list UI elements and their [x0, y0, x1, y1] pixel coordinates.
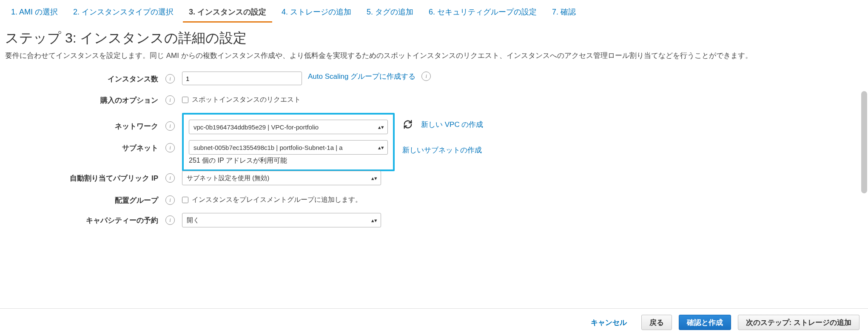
chevron-updown-icon: ▴▾ [378, 124, 384, 130]
step-review[interactable]: 7. 確認 [546, 3, 582, 23]
subnet-ip-info: 251 個の IP アドレスが利用可能 [189, 156, 388, 165]
scrollbar[interactable] [861, 49, 867, 287]
chevron-updown-icon: ▴▾ [378, 145, 384, 150]
placement-group-checkbox[interactable] [182, 197, 188, 203]
step-security-group[interactable]: 6. セキュリティグループの設定 [423, 3, 543, 23]
label-network: ネットワーク [5, 113, 158, 131]
subnet-select-value: subnet-005b7ec1355498c1b | portfolio-Sub… [194, 144, 343, 151]
info-icon[interactable]: i [165, 74, 175, 83]
instance-count-input[interactable] [182, 72, 302, 85]
row-purchase-option: 購入のオプション i スポットインスタンスのリクエスト [5, 93, 859, 105]
info-icon[interactable]: i [165, 195, 175, 205]
page-title: ステップ 3: インスタンスの詳細の設定 [5, 29, 859, 48]
row-instance-count: インスタンス数 i Auto Scaling グループに作成する i [5, 72, 859, 85]
label-placement-group: 配置グループ [5, 193, 158, 205]
label-instance-count: インスタンス数 [5, 72, 158, 84]
info-icon[interactable]: i [165, 215, 175, 225]
public-ip-value: サブネット設定を使用 (無効) [187, 174, 269, 182]
row-network: ネットワーク i vpc-0b1964734ddb95e29 | VPC-for… [5, 113, 859, 171]
subnet-select[interactable]: subnet-005b7ec1355498c1b | portfolio-Sub… [189, 140, 388, 155]
info-icon[interactable]: i [165, 143, 175, 152]
page-description: 要件に合わせてインスタンスを設定します。同じ AMI からの複数インスタンス作成… [5, 50, 859, 61]
info-icon[interactable]: i [165, 95, 175, 105]
refresh-icon[interactable] [402, 119, 413, 130]
wizard-steps: 1. AMI の選択 2. インスタンスタイプの選択 3. インスタンスの設定 … [0, 0, 868, 23]
network-select[interactable]: vpc-0b1964734ddb95e29 | VPC-for-portfoli… [189, 120, 388, 134]
capacity-reservation-value: 開く [187, 216, 199, 224]
spot-instance-checkbox[interactable] [182, 97, 188, 103]
review-launch-button[interactable]: 確認と作成 [679, 315, 731, 330]
row-capacity-reservation: キャパシティーの予約 i 開く ▴▾ [5, 213, 859, 227]
chevron-updown-icon: ▴▾ [371, 218, 377, 223]
network-subnet-highlight: vpc-0b1964734ddb95e29 | VPC-for-portfoli… [182, 113, 395, 171]
row-placement-group: 配置グループ i インスタンスをプレイスメントグループに追加します。 [5, 193, 859, 205]
auto-scaling-link[interactable]: Auto Scaling グループに作成する [308, 72, 416, 81]
create-subnet-link[interactable]: 新しいサブネットの作成 [402, 145, 483, 155]
content-area: ステップ 3: インスタンスの詳細の設定 要件に合わせてインスタンスを設定します… [0, 23, 868, 296]
label-capacity-reservation: キャパシティーの予約 [5, 213, 158, 225]
step-instance-type[interactable]: 2. インスタンスタイプの選択 [67, 3, 179, 23]
scrollbar-thumb[interactable] [861, 91, 867, 193]
chevron-updown-icon: ▴▾ [371, 175, 377, 181]
step-configure-instance[interactable]: 3. インスタンスの設定 [183, 3, 272, 23]
label-public-ip: 自動割り当てパブリック IP [5, 171, 158, 183]
next-step-button[interactable]: 次のステップ: ストレージの追加 [738, 315, 859, 330]
capacity-reservation-select[interactable]: 開く ▴▾ [182, 213, 381, 227]
spot-instance-label: スポットインスタンスのリクエスト [192, 95, 301, 104]
step-add-tags[interactable]: 5. タグの追加 [361, 3, 419, 23]
footer-bar: キャンセル 戻る 確認と作成 次のステップ: ストレージの追加 [0, 308, 868, 336]
label-purchase-option: 購入のオプション [5, 93, 158, 105]
public-ip-select[interactable]: サブネット設定を使用 (無効) ▴▾ [182, 171, 381, 185]
step-ami[interactable]: 1. AMI の選択 [5, 3, 64, 23]
info-icon[interactable]: i [165, 121, 175, 131]
placement-group-label: インスタンスをプレイスメントグループに追加します。 [192, 195, 362, 204]
row-public-ip: 自動割り当てパブリック IP i サブネット設定を使用 (無効) ▴▾ [5, 171, 859, 185]
info-icon[interactable]: i [165, 173, 175, 183]
network-select-value: vpc-0b1964734ddb95e29 | VPC-for-portfoli… [194, 123, 319, 131]
cancel-button[interactable]: キャンセル [583, 315, 635, 330]
create-vpc-link[interactable]: 新しい VPC の作成 [421, 120, 483, 129]
step-add-storage[interactable]: 4. ストレージの追加 [276, 3, 357, 23]
info-icon[interactable]: i [421, 72, 431, 81]
back-button[interactable]: 戻る [641, 315, 672, 330]
